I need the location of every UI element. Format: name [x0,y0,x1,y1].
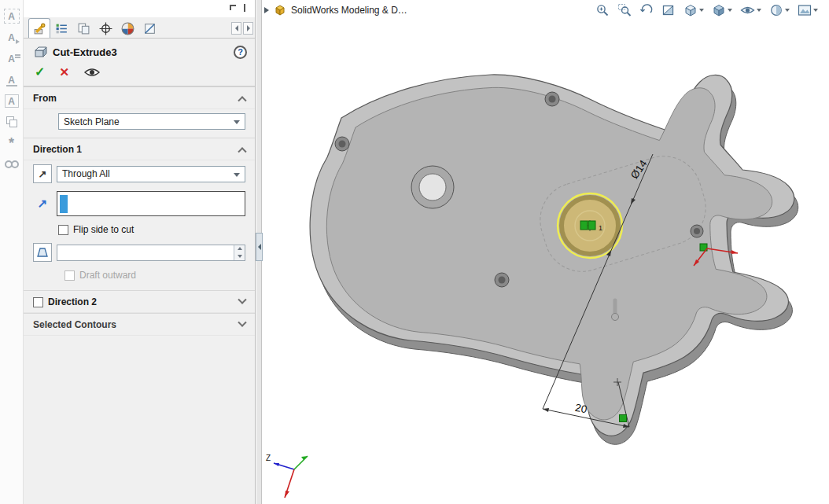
lines-decoration [15,54,20,56]
frame-note-icon[interactable]: A [2,91,22,111]
document-title[interactable]: SolidWorks Modeling & D… [291,5,407,16]
leader-decoration [16,39,20,44]
sketch-relation-badge[interactable] [580,221,588,230]
apply-scene-icon [798,4,812,17]
section-header-selected-contours[interactable]: Selected Contours [24,313,255,336]
propertymanager-icon [33,22,46,35]
linear-note-icon[interactable]: A [2,49,22,68]
tab-scroll-right-icon[interactable] [243,22,253,35]
from-row: Sketch Plane [24,109,255,138]
apply-scene-button[interactable] [798,4,818,17]
panel-pin-icon[interactable] [244,4,245,12]
tab-featuremanager[interactable] [50,18,72,38]
zoom-to-fit-button[interactable] [595,3,610,17]
text-selection-block [60,195,68,213]
manager-tabs [24,17,255,39]
link-annotation-icon[interactable] [2,155,22,175]
hide-show-items-button[interactable] [740,5,761,16]
counterbore-hole[interactable] [411,166,454,208]
view-orientation-button[interactable] [683,3,704,17]
from-condition-dropdown[interactable]: Sketch Plane [58,113,245,130]
chevron-up-icon [238,96,246,105]
cut-extrude-feature-icon [33,45,47,59]
view-orientation-icon [683,3,698,17]
displaymanager-icon [121,22,134,35]
flip-side-checkbox[interactable] [58,225,68,235]
model-canvas[interactable]: 1 Ø14 20 [263,0,829,504]
draft-button[interactable] [33,243,52,262]
chain-ring-decoration [11,160,19,168]
tab-scroll-left-icon[interactable] [231,22,241,35]
draft-outward-label: Draft outward [79,270,136,281]
spinner-buttons [234,245,245,260]
tab-scroll-buttons [231,22,253,38]
panel-collapse-icon[interactable] [230,5,236,10]
section-view-button[interactable] [661,3,676,17]
datum-target-icon[interactable]: A [2,6,22,26]
display-style-icon [712,3,726,17]
cancel-button[interactable]: ✕ [59,65,69,79]
flip-side-label: Flip side to cut [73,224,134,235]
sketch-relation-badge[interactable] [588,221,595,230]
reverse-direction-button[interactable]: ↗ [33,164,52,183]
dropdown-value: Sketch Plane [64,116,120,127]
relation-callout-label: 1 [599,224,602,232]
ok-button[interactable]: ✓ [35,64,45,79]
zoom-to-area-button[interactable] [617,3,632,17]
tab-cam[interactable] [138,18,160,38]
tab-configurationmanager[interactable] [72,18,94,38]
dropdown-value: Through All [62,168,110,179]
section-header-direction2[interactable]: Direction 2 [24,290,255,313]
display-style-button[interactable] [712,3,732,17]
solidworks-window: A A A A A * [0,0,829,504]
hide-show-items-icon [740,5,755,16]
edit-appearance-button[interactable] [769,3,790,17]
spin-down-icon[interactable] [234,252,245,260]
weld-symbol-icon[interactable]: * [2,134,22,153]
configurationmanager-icon [77,22,90,35]
chevron-down-icon [238,296,246,304]
section-label: Direction 2 [48,296,97,307]
direction2-checkbox[interactable] [33,297,43,307]
draft-row [24,239,255,266]
tab-dimxpertmanager[interactable] [94,18,116,38]
solidworks-file-icon [274,4,286,16]
sketch-relation-badge[interactable] [620,415,627,422]
balloon-note-icon[interactable]: A [2,70,22,90]
preview-eye-button[interactable] [83,67,101,78]
graphics-area[interactable]: SolidWorks Modeling & D… [263,0,829,504]
section-label: From [33,93,57,104]
heads-up-toolbar [595,3,818,17]
section-header-direction1[interactable]: Direction 1 [24,138,255,160]
chevron-up-icon [238,147,246,156]
expand-arrow-icon[interactable] [264,7,269,13]
tab-propertymanager[interactable] [28,18,50,38]
section-label: Selected Contours [33,319,116,330]
draft-angle-input[interactable] [57,245,245,261]
panel-collapse-handle[interactable] [256,233,263,261]
previous-view-icon [639,3,654,17]
tab-displaymanager[interactable] [116,18,138,38]
end-condition-dropdown[interactable]: Through All [57,166,245,182]
help-button[interactable]: ? [234,46,247,59]
tool-glyph: A [8,75,15,86]
edit-appearance-icon [769,3,783,17]
spin-up-icon[interactable] [234,245,245,253]
section-header-from[interactable]: From [24,86,255,109]
feature-title: Cut-Extrude3 [53,46,117,58]
copy-format-icon[interactable] [2,112,22,132]
chevron-down-icon [234,120,240,124]
depth-input[interactable] [57,191,245,216]
draft-outward-checkbox [64,270,75,281]
document-breadcrumb: SolidWorks Modeling & D… [264,4,407,16]
note-icon[interactable]: A [2,28,22,47]
tool-glyph: * [9,135,14,152]
previous-view-button[interactable] [639,3,654,17]
dimxpertmanager-icon [99,22,112,35]
distance-dimension-text[interactable]: 20 [574,402,588,416]
annotation-toolbar: A A A A A * [0,0,24,504]
section-label: Direction 1 [33,144,82,155]
z-axis-label: Z [266,454,271,462]
direction-arrow-icon: ↗ [33,197,52,211]
draft-outward-row: Draft outward [24,266,255,290]
